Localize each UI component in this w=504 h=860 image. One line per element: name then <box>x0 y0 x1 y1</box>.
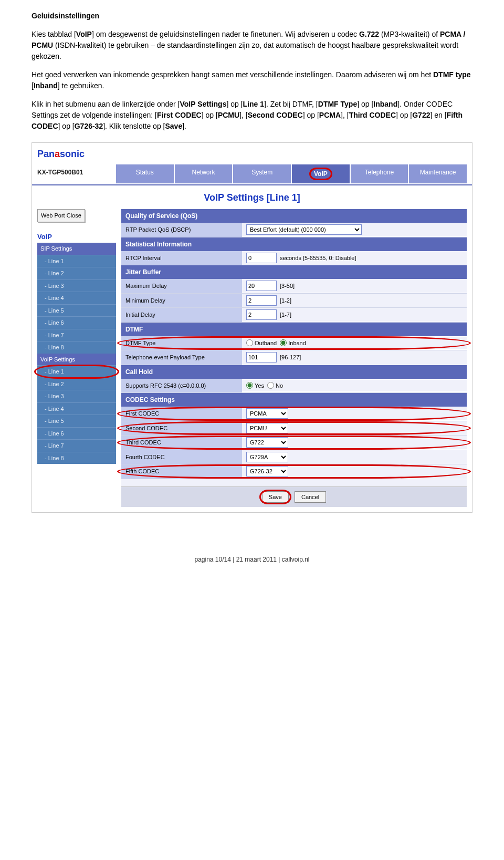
bold: Line 1 <box>243 100 264 108</box>
suffix: [1-2] <box>280 296 291 305</box>
radio-inband[interactable]: Inband <box>280 339 306 348</box>
suffix: [96-127] <box>280 353 301 362</box>
text: ] op [ <box>202 111 218 119</box>
content-area: Web Port Close VoIP SIP Settings - Line … <box>32 209 472 512</box>
row-telephone-event: Telephone-event Payload Type [96-127] <box>121 350 467 365</box>
row-initial-delay: Initial Delay [1-7] <box>121 308 467 323</box>
tab-network[interactable]: Network <box>175 164 234 183</box>
bold-g722: G.722 <box>359 30 379 38</box>
logo-part-red: a <box>55 149 60 159</box>
label-max-delay: Maximum Delay <box>121 279 242 293</box>
bold: PCMA <box>319 111 341 119</box>
select-fifth-codec[interactable]: G726-32 <box>246 466 288 476</box>
bold: DTMF Type <box>318 100 357 108</box>
text: ] om desgewenst de geluidsinstellingen n… <box>92 30 359 38</box>
input-rtcp-interval[interactable] <box>246 253 277 263</box>
tab-status[interactable]: Status <box>116 164 175 183</box>
sidebar-sip-line4[interactable]: - Line 4 <box>37 292 116 304</box>
sidebar-voip-line7[interactable]: - Line 7 <box>37 439 116 452</box>
text: ] op [ <box>226 100 243 108</box>
text: (MP3-kwaliteit) of <box>379 30 440 38</box>
input-max-delay[interactable] <box>246 281 277 291</box>
sidebar-sip-line1[interactable]: - Line 1 <box>37 255 116 267</box>
tab-maintenance[interactable]: Maintenance <box>409 164 467 183</box>
bold: Inband <box>373 100 397 108</box>
row-rtp-qos: RTP Packet QoS (DSCP) Best Effort (defau… <box>121 223 467 237</box>
text: ] op [ <box>396 111 412 119</box>
section-dtmf: DTMF <box>121 323 467 336</box>
row-fifth-codec: Fifth CODEC G726-32 <box>121 464 467 479</box>
tab-voip[interactable]: VoIP <box>292 164 351 183</box>
web-port-close-button[interactable]: Web Port Close <box>37 209 85 222</box>
suffix: seconds [5-65535, 0: Disable] <box>280 254 356 263</box>
radio-outband[interactable]: Outband <box>246 339 277 348</box>
tab-telephone[interactable]: Telephone <box>351 164 410 183</box>
suffix: [3-50] <box>280 282 295 291</box>
input-min-delay[interactable] <box>246 295 277 306</box>
label-dtmf-type: DTMF Type <box>121 336 242 350</box>
sidebar-sip-line8[interactable]: - Line 8 <box>37 341 116 354</box>
label-telephone-event: Telephone-event Payload Type <box>121 350 242 365</box>
highlight-circle: VoIP <box>309 168 332 180</box>
row-first-codec: First CODEC PCMA <box>121 407 467 421</box>
row-fourth-codec: Fourth CODEC G729A <box>121 450 467 465</box>
text: ], [ <box>341 111 349 119</box>
sidebar-voip-line8[interactable]: - Line 8 <box>37 452 116 464</box>
section-call-hold: Call Hold <box>121 365 467 379</box>
input-initial-delay[interactable] <box>246 309 277 320</box>
select-third-codec[interactable]: G722 <box>246 437 288 448</box>
panasonic-logo: Panasonic <box>37 149 85 159</box>
save-button[interactable]: Save <box>262 491 289 503</box>
text: (ISDN-kwaliteit) te gebruiken – de stand… <box>32 41 458 60</box>
bold: Third CODEC <box>349 111 396 119</box>
sidebar-voip-settings[interactable]: VoIP Settings <box>37 354 116 366</box>
radio-rfc-yes[interactable]: Yes <box>246 381 264 390</box>
model-number: KX-TGP500B01 <box>37 164 116 183</box>
sidebar-voip-line1[interactable]: - Line 1 <box>37 365 116 378</box>
embedded-screenshot: Panasonic KX-TGP500B01 Status Network Sy… <box>32 142 472 513</box>
text: ]. <box>182 122 186 130</box>
paragraph-3: Klik in het submenu aan de linkerzijde o… <box>32 99 472 132</box>
select-rtp-qos[interactable]: Best Effort (default) (000 000) <box>246 224 362 235</box>
section-heading: Geluidsinstellingen <box>32 11 472 22</box>
select-fourth-codec[interactable]: G729A <box>246 452 288 462</box>
sidebar-voip-line3[interactable]: - Line 3 <box>37 390 116 402</box>
bold: Second CODEC <box>248 111 303 119</box>
label-first-codec: First CODEC <box>121 407 242 421</box>
row-rtcp-interval: RTCP Interval seconds [5-65535, 0: Disab… <box>121 251 467 266</box>
radio-label: Yes <box>255 381 264 390</box>
sidebar-sip-line6[interactable]: - Line 6 <box>37 316 116 329</box>
sidebar-sip-line3[interactable]: - Line 3 <box>37 279 116 292</box>
label-rfc2543: Supports RFC 2543 (c=0.0.0.0) <box>121 379 242 393</box>
label-min-delay: Minimum Delay <box>121 294 242 308</box>
text: ] te gebruiken. <box>58 81 104 90</box>
cancel-button[interactable]: Cancel <box>295 491 326 503</box>
main-panel: Quality of Service (QoS) RTP Packet QoS … <box>121 209 467 507</box>
paragraph-1: Kies tabblad [VoIP] om desgewenst de gel… <box>32 29 472 62</box>
sidebar-sip-line5[interactable]: - Line 5 <box>37 304 116 317</box>
sidebar-voip-line2[interactable]: - Line 2 <box>37 378 116 390</box>
radio-rfc-no[interactable]: No <box>267 381 283 390</box>
select-first-codec[interactable]: PCMA <box>246 408 288 419</box>
input-telephone-event[interactable] <box>246 352 277 362</box>
select-second-codec[interactable]: PCMU <box>246 423 288 433</box>
document-page: Geluidsinstellingen Kies tabblad [VoIP] … <box>0 0 504 585</box>
text: ] op [ <box>303 111 319 119</box>
sidebar-voip-line6[interactable]: - Line 6 <box>37 427 116 440</box>
text: Klik in het submenu aan de linkerzijde o… <box>32 100 180 108</box>
logo-part: sonic <box>60 149 85 159</box>
sidebar-sip-line2[interactable]: - Line 2 <box>37 267 116 279</box>
sidebar-voip-line4[interactable]: - Line 4 <box>37 402 116 415</box>
tab-system[interactable]: System <box>233 164 292 183</box>
sidebar: Web Port Close VoIP SIP Settings - Line … <box>37 209 116 464</box>
section-statistical: Statistical Information <box>121 237 467 251</box>
bold: G722 <box>412 111 430 119</box>
page-footer: pagina 10/14 | 21 maart 2011 | callvoip.… <box>32 555 472 564</box>
sidebar-sip-line7[interactable]: - Line 7 <box>37 329 116 341</box>
sidebar-voip-line5[interactable]: - Line 5 <box>37 415 116 427</box>
bold: Save <box>165 122 182 130</box>
label-third-codec: Third CODEC <box>121 436 242 450</box>
bold: VoIP Settings <box>180 100 227 108</box>
label-initial-delay: Initial Delay <box>121 308 242 322</box>
sidebar-sip-settings[interactable]: SIP Settings <box>37 243 116 255</box>
